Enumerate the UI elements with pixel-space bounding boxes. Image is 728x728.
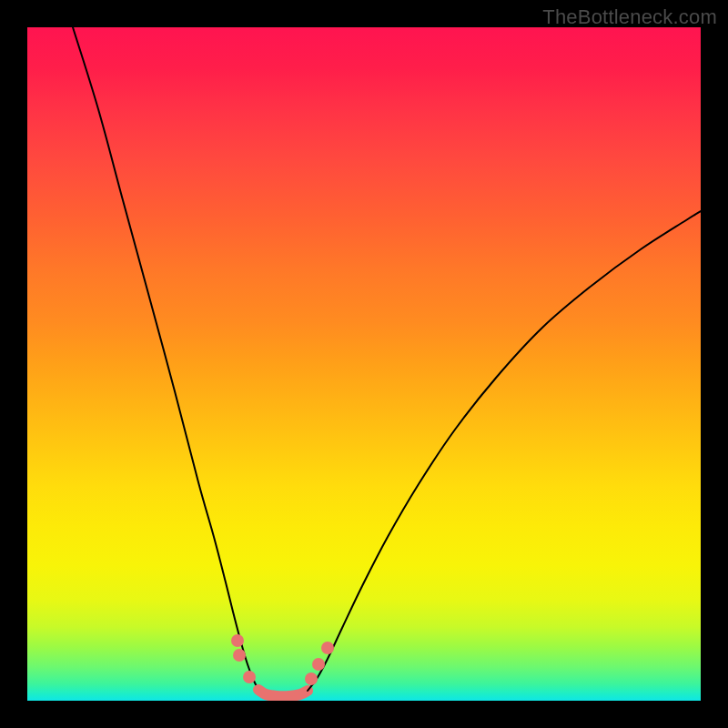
series-left-branch [73, 27, 258, 690]
series-right-branch [308, 211, 701, 691]
watermark-text: TheBottleneck.com [542, 5, 717, 29]
curve-overlay [27, 27, 701, 701]
marker-dot-3 [305, 672, 318, 685]
marker-dot-2 [243, 671, 256, 683]
series-group [73, 27, 701, 696]
plot-area [27, 27, 701, 701]
marker-dot-1 [233, 649, 246, 662]
series-bottom-flat [258, 690, 308, 696]
marker-dot-5 [321, 642, 334, 654]
marker-dot-4 [312, 658, 325, 671]
marker-dot-0 [231, 634, 244, 647]
